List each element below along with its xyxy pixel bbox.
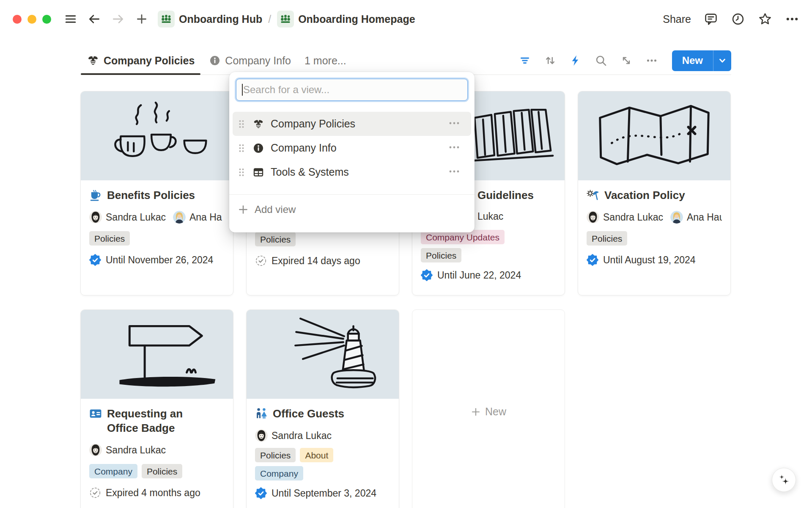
card-tags-row: Policies [587, 231, 722, 246]
info-icon [252, 142, 265, 154]
status-text: Expired 14 days ago [272, 255, 360, 267]
card-people-row: Sandra Lukac Ana Ha [89, 211, 225, 224]
card-requesting-office-badge[interactable]: Requesting an Office Badge Sandra Lukac … [80, 309, 233, 508]
view-settings-ellipsis-icon[interactable] [643, 52, 660, 69]
share-button[interactable]: Share [663, 13, 691, 25]
plus-icon [471, 407, 481, 417]
avatar-sandra-lukac [89, 444, 102, 456]
automations-lightning-icon[interactable] [567, 52, 584, 69]
close-window-button[interactable] [13, 15, 22, 24]
person-name: Ana Hau [687, 212, 722, 223]
view-menu-item-company-policies[interactable]: Company Policies [233, 112, 471, 136]
card-title-visible-part: Guidelines [477, 188, 534, 202]
card-people-row: Sandra Lukac Ana Hau [587, 211, 722, 224]
card-cover-folded-map [578, 91, 730, 180]
card-status-row: Expired 14 days ago [255, 255, 390, 267]
new-button[interactable]: New [672, 50, 713, 71]
tag-policies: Policies [89, 231, 130, 246]
card-people-row: Sandra Lukac [255, 429, 390, 442]
onboarding-hub-page-icon [158, 11, 175, 28]
zoom-window-button[interactable] [42, 15, 51, 24]
coffee-cup-icon [89, 189, 102, 202]
card-vacation-policy[interactable]: Vacation Policy Sandra Lukac Ana Hau Pol… [578, 91, 731, 295]
more-options-icon[interactable] [785, 12, 799, 26]
status-text: Until November 26, 2024 [106, 254, 213, 266]
filter-icon[interactable] [516, 52, 533, 69]
person-name: Sandra Lukac [603, 212, 663, 223]
new-button-dropdown[interactable] [713, 50, 731, 71]
tab-label: Company Policies [104, 55, 195, 67]
person-name: Sandra Lukac [106, 444, 166, 456]
favorite-star-icon[interactable] [758, 12, 772, 26]
sidebar-menu-icon[interactable] [63, 11, 78, 27]
window-titlebar: Onboarding Hub / Onboarding Homepage Sha… [0, 0, 812, 38]
verified-badge-icon [587, 254, 598, 266]
tab-label: Company Info [225, 55, 291, 67]
new-page-icon[interactable] [134, 11, 149, 27]
drag-handle-icon[interactable] [237, 168, 246, 177]
status-text: Until September 3, 2024 [272, 488, 376, 499]
drag-handle-icon[interactable] [237, 144, 246, 153]
person-name: Sandra Lukac [272, 430, 332, 442]
comments-icon[interactable] [704, 12, 718, 26]
drag-handle-icon[interactable] [237, 119, 246, 129]
view-search-input[interactable] [236, 79, 468, 101]
card-status-row: Until November 26, 2024 [89, 254, 225, 266]
expand-view-icon[interactable] [618, 52, 635, 69]
tag-policies: Policies [587, 231, 627, 246]
view-options-icon[interactable] [448, 166, 460, 179]
traffic-lights [13, 15, 51, 24]
tab-company-info[interactable]: Company Info [209, 55, 291, 67]
breadcrumb: Onboarding Hub / Onboarding Homepage [158, 11, 415, 28]
add-view-button[interactable]: Add view [229, 195, 475, 224]
view-menu-item-company-info[interactable]: Company Info [233, 136, 471, 160]
card-status-row: Until September 3, 2024 [255, 487, 390, 499]
person-name-visible-part: Lukac [477, 211, 503, 222]
card-office-guests[interactable]: Office Guests Sandra Lukac Policies Abou… [246, 309, 399, 508]
tag-company: Company [89, 464, 137, 478]
new-card-label: New [485, 406, 506, 418]
card-tags-row: Policies About [255, 448, 390, 462]
back-icon[interactable] [87, 11, 102, 27]
person-name: Ana Ha [189, 212, 222, 223]
card-benefits-policies[interactable]: Benefits Policies Sandra Lukac Ana Ha Po… [80, 91, 233, 295]
search-icon[interactable] [593, 52, 609, 69]
card-title-row: Guidelines [477, 188, 556, 202]
tab-company-policies[interactable]: Company Policies [81, 47, 200, 75]
card-status-row: Expired 4 months ago [89, 487, 225, 499]
view-menu-item-label: Company Info [271, 142, 337, 154]
expired-circle-icon [89, 487, 101, 499]
person-name: Sandra Lukac [106, 212, 166, 223]
sort-icon[interactable] [542, 52, 559, 69]
card-status-row: Until June 22, 2024 [421, 269, 556, 281]
minimize-window-button[interactable] [27, 15, 36, 24]
expired-circle-icon [255, 255, 267, 267]
updates-clock-icon[interactable] [731, 12, 745, 26]
onboarding-homepage-page-icon [277, 11, 294, 28]
tag-policies: Policies [421, 248, 461, 262]
breadcrumb-root[interactable]: Onboarding Hub [179, 13, 262, 25]
bee-icon [87, 54, 99, 67]
card-tags-row: Company [255, 466, 390, 480]
view-menu-item-label: Company Policies [271, 118, 355, 130]
more-views-button[interactable]: 1 more... [304, 55, 346, 67]
card-people-row: Sandra Lukac [89, 444, 225, 456]
view-options-icon[interactable] [448, 117, 460, 131]
avatar-sandra-lukac [587, 211, 599, 224]
card-people-row: Lukac [477, 211, 556, 222]
forward-icon[interactable] [110, 11, 126, 27]
beach-icon [587, 189, 599, 202]
new-card-placeholder[interactable]: New [412, 309, 565, 508]
card-tags-row: Company Policies [89, 464, 225, 478]
view-menu-item-tools-systems[interactable]: Tools & Systems [233, 160, 471, 184]
ai-assistant-button[interactable] [772, 468, 796, 492]
card-title: Vacation Policy [604, 188, 685, 202]
view-options-icon[interactable] [448, 141, 460, 155]
card-title-row: Office Guests [255, 406, 390, 421]
verified-badge-icon [255, 487, 267, 499]
view-menu-item-label: Tools & Systems [271, 166, 349, 178]
avatar-sandra-lukac [255, 429, 268, 442]
breadcrumb-current[interactable]: Onboarding Homepage [298, 13, 415, 25]
avatar-sandra-lukac [89, 211, 102, 224]
card-tags-row: Policies [89, 231, 225, 246]
